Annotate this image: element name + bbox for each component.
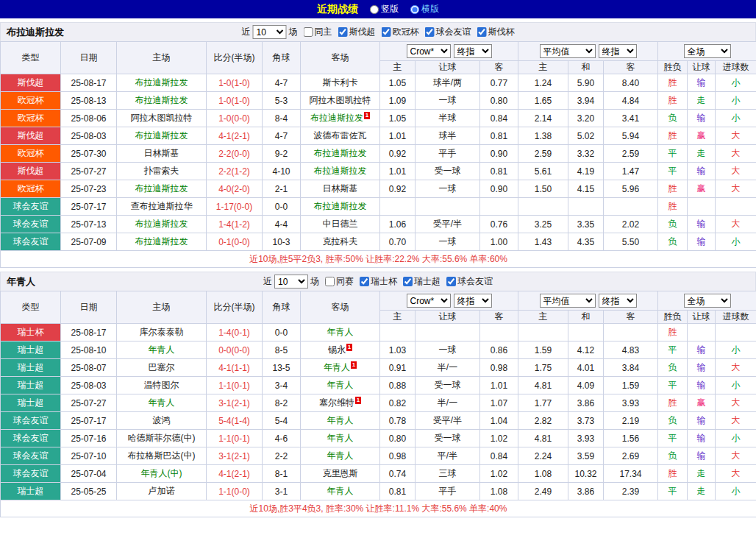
away-team-link[interactable]: 中日德兰 (323, 219, 358, 229)
ah-home-odds: 0.88 (380, 377, 416, 394)
home-team-link[interactable]: 卢加诺 (149, 486, 175, 496)
away-team-link[interactable]: 年青人 (327, 380, 354, 390)
away-team-link[interactable]: 克里恩斯 (323, 468, 358, 478)
same-filter-checkbox[interactable] (304, 27, 313, 37)
league-badge: 欧冠杯 (1, 110, 61, 127)
match-row: 欧冠杯25-08-06阿拉木图凯拉特1-0(0-0)8-4布拉迪斯拉发11.05… (1, 110, 756, 127)
home-team-link[interactable]: 波鸿 (153, 415, 171, 425)
league-filter-checkbox[interactable] (446, 277, 456, 286)
ah-home-odds: 0.78 (380, 412, 416, 430)
odds-stage-select[interactable]: 终指 (454, 294, 492, 308)
euro-stage-select[interactable]: 终指 (599, 44, 637, 58)
away-team-link[interactable]: 塞尔维特 (319, 397, 354, 408)
league-badge: 球会友谊 (1, 198, 61, 216)
away-team-cell: 日林斯基 (301, 180, 380, 198)
match-date: 25-07-17 (61, 198, 117, 216)
home-team-link[interactable]: 布拉迪斯拉发 (135, 183, 188, 194)
league-filter-option[interactable]: 斯伐超 (338, 26, 376, 38)
away-team-link[interactable]: 锡永 (328, 344, 346, 355)
away-team-link[interactable]: 年青人 (327, 327, 354, 337)
match-score: 1-1(0-0) (207, 483, 263, 500)
column-header: 角球 (263, 42, 301, 74)
home-team-link[interactable]: 布拉迪斯拉发 (135, 95, 188, 105)
result-handicap: 赢 (688, 127, 716, 145)
asian-odds-header: Crow*终指 (380, 42, 518, 61)
home-team-link[interactable]: 布拉迪斯拉发 (135, 77, 188, 88)
recent-count-select[interactable]: 10 (253, 25, 287, 39)
league-badge: 欧冠杯 (1, 180, 61, 198)
away-team-link[interactable]: 年青人 (327, 486, 354, 496)
same-filter-checkbox[interactable] (325, 277, 335, 286)
home-team-link[interactable]: 哈德斯菲尔德(中) (128, 433, 196, 443)
home-team-link[interactable]: 查布拉迪斯拉华 (131, 201, 193, 211)
away-team-link[interactable]: 克拉科夫 (323, 236, 358, 247)
corner-score: 8-2 (263, 394, 301, 412)
euro-company-select[interactable]: 平均值 (540, 294, 596, 308)
home-team-cell: 布拉格斯巴达(中) (117, 447, 207, 465)
result-handicap: 输 (688, 412, 716, 430)
home-team-link[interactable]: 布拉迪斯拉发 (135, 130, 188, 141)
league-filter-option[interactable]: 球会友谊 (425, 26, 471, 38)
away-team-link[interactable]: 年青人 (324, 362, 350, 372)
home-team-link[interactable]: 库尔泰泰勒 (140, 327, 184, 337)
ah-handicap: 平手 (416, 483, 480, 500)
home-team-link[interactable]: 年青人 (149, 344, 175, 355)
away-team-link[interactable]: 布拉迪斯拉发 (314, 201, 367, 211)
league-filter-checkbox[interactable] (425, 27, 435, 37)
vertical-radio[interactable] (370, 5, 379, 14)
match-row: 球会友谊25-07-17查布拉迪斯拉华1-17(0-0)0-0布拉迪斯拉发胜 (1, 198, 756, 216)
away-team-link[interactable]: 斯卡利卡 (323, 77, 358, 88)
recent-count-select[interactable]: 10 (274, 275, 308, 289)
away-team-link[interactable]: 波德布雷佐瓦 (314, 130, 367, 141)
away-team-link[interactable]: 布拉迪斯拉发 (310, 113, 363, 123)
league-filter-option[interactable]: 球会友谊 (446, 275, 493, 288)
league-filter-checkbox[interactable] (338, 27, 348, 37)
league-filter-option[interactable]: 欧冠杯 (382, 26, 419, 38)
home-team-cell: 库尔泰泰勒 (117, 324, 207, 341)
away-team-link[interactable]: 年青人 (327, 433, 354, 443)
away-team-link[interactable]: 布拉迪斯拉发 (314, 166, 367, 176)
euro-company-select[interactable]: 平均值 (540, 44, 596, 58)
odds-company-select[interactable]: Crow* (407, 44, 451, 58)
match-row: 瑞士杯25-08-17库尔泰泰勒1-4(0-1)0-0年青人胜 (1, 324, 756, 341)
ah-handicap: 平手 (416, 145, 480, 163)
home-team-cell: 查布拉迪斯拉华 (117, 198, 207, 216)
odds-stage-select[interactable]: 终指 (454, 44, 492, 58)
same-filter-option[interactable]: 同赛 (325, 275, 354, 288)
away-team-link[interactable]: 阿拉木图凯拉特 (310, 95, 371, 105)
league-filter-checkbox[interactable] (360, 277, 369, 286)
league-filter-option[interactable]: 瑞士超 (403, 275, 441, 288)
horizontal-radio[interactable] (410, 5, 419, 14)
league-badge: 瑞士超 (1, 341, 61, 359)
home-team-link[interactable]: 年青人 (149, 397, 175, 408)
away-team-link[interactable]: 日林斯基 (323, 183, 358, 194)
layout-vertical-option[interactable]: 竖版 (370, 3, 399, 15)
ah-away-odds: 1.02 (480, 430, 518, 447)
home-team-link[interactable]: 巴塞尔 (149, 362, 175, 372)
result-handicap: 赢 (688, 180, 716, 198)
away-team-link[interactable]: 年青人 (327, 415, 354, 425)
home-team-link[interactable]: 布拉格斯巴达(中) (128, 450, 196, 461)
home-team-link[interactable]: 布拉迪斯拉发 (135, 236, 188, 247)
scope-select[interactable]: 全场 (684, 294, 731, 308)
league-filter-option[interactable]: 瑞士杯 (360, 275, 397, 288)
home-team-link[interactable]: 年青人(中) (141, 468, 182, 478)
euro-draw-odds (568, 324, 604, 341)
match-date: 25-08-10 (61, 341, 117, 359)
league-filter-option[interactable]: 斯伐杯 (477, 26, 515, 38)
home-team-link[interactable]: 布拉迪斯拉发 (135, 219, 188, 229)
scope-select[interactable]: 全场 (684, 44, 731, 58)
league-filter-checkbox[interactable] (477, 27, 487, 37)
same-filter-option[interactable]: 同主 (304, 26, 332, 38)
home-team-link[interactable]: 扑雷索夫 (144, 166, 179, 176)
home-team-link[interactable]: 阿拉木图凯拉特 (131, 113, 193, 123)
odds-company-select[interactable]: Crow* (407, 294, 451, 308)
layout-horizontal-option[interactable]: 横版 (410, 3, 439, 15)
league-filter-checkbox[interactable] (403, 277, 413, 286)
away-team-link[interactable]: 年青人 (327, 450, 354, 461)
euro-stage-select[interactable]: 终指 (599, 294, 637, 308)
away-team-link[interactable]: 布拉迪斯拉发 (314, 148, 367, 158)
league-filter-checkbox[interactable] (382, 27, 391, 37)
home-team-link[interactable]: 日林斯基 (144, 148, 179, 158)
home-team-link[interactable]: 温特图尔 (144, 380, 179, 390)
